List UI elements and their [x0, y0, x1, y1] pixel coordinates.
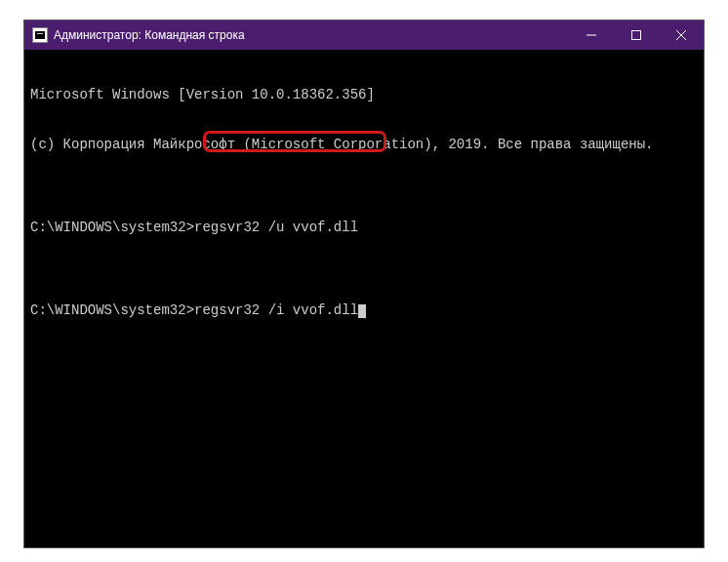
command-text: regsvr32 /u vvof.dll [194, 220, 358, 235]
cursor [358, 304, 366, 318]
svg-rect-1 [632, 31, 641, 40]
command-prompt-window: Администратор: Командная строка Microsof… [23, 20, 705, 548]
command-text: regsvr32 /i vvof.dll [194, 302, 358, 318]
copyright-line: (c) Корпорация Майкрософт (Microsoft Cor… [30, 137, 698, 153]
command-line-1: C:\WINDOWS\system32>regsvr32 /u vvof.dll [30, 220, 698, 236]
cmd-icon [32, 27, 48, 43]
version-line: Microsoft Windows [Version 10.0.18362.35… [30, 87, 698, 103]
terminal-output[interactable]: Microsoft Windows [Version 10.0.18362.35… [24, 50, 704, 547]
titlebar[interactable]: Администратор: Командная строка [24, 20, 704, 50]
command-line-2: C:\WINDOWS\system32>regsvr32 /i vvof.dll [30, 302, 698, 319]
prompt-path: C:\WINDOWS\system32> [30, 220, 194, 235]
minimize-button[interactable] [569, 20, 614, 50]
window-controls [569, 20, 704, 50]
window-title: Администратор: Командная строка [54, 28, 569, 42]
maximize-button[interactable] [614, 20, 659, 50]
prompt-path: C:\WINDOWS\system32> [30, 302, 194, 318]
close-button[interactable] [659, 20, 704, 50]
